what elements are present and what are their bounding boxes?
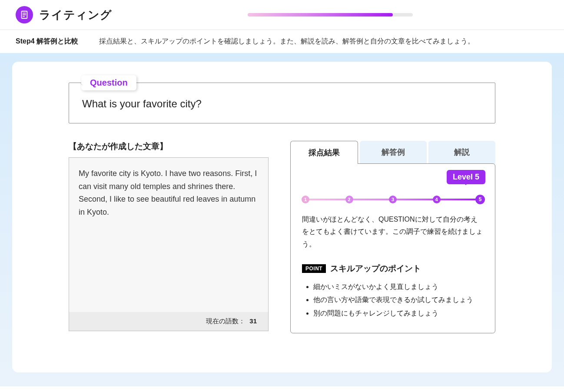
word-count: 現在の語数： 31 xyxy=(69,312,268,331)
tab-explanation[interactable]: 解説 xyxy=(428,141,495,164)
step-label: Step4 解答例と比較 xyxy=(16,37,78,46)
question-tag: Question xyxy=(81,75,136,90)
result-description: 間違いがほとんどなく、QUESTIONに対して自分の考えをとてもよく書けています… xyxy=(302,213,484,251)
main-card: Question What is your favorite city? 【あな… xyxy=(12,62,552,372)
point-item: 細かいミスがないかよく見直しましょう xyxy=(313,280,484,293)
point-list: 細かいミスがないかよく見直しましょう 他の言い方や語彙で表現できるか試してみまし… xyxy=(302,280,484,320)
point-item: 別の問題にもチャレンジしてみましょう xyxy=(313,307,484,320)
word-count-value: 31 xyxy=(249,317,257,325)
your-text-body: My favorite city is Kyoto. I have two re… xyxy=(69,158,268,312)
level-track: 1 2 3 4 5 xyxy=(305,196,480,203)
level-dot-4: 4 xyxy=(433,196,441,203)
app-header: ライティング xyxy=(0,0,564,30)
your-text-label: 【あなたが作成した文章】 xyxy=(69,141,269,152)
page-title: ライティング xyxy=(39,7,112,23)
document-icon xyxy=(16,6,33,23)
point-title: スキルアップのポイント xyxy=(330,263,421,274)
progress-fill xyxy=(248,13,393,17)
question-text: What is your favorite city? xyxy=(82,98,482,110)
point-tag: POINT xyxy=(302,264,326,273)
progress-bar xyxy=(248,13,413,17)
your-text-box: My favorite city is Kyoto. I have two re… xyxy=(69,157,269,331)
word-count-label: 現在の語数： xyxy=(206,317,245,325)
tab-grading[interactable]: 採点結果 xyxy=(290,141,358,164)
subheader: Step4 解答例と比較 採点結果と、スキルアップのポイントを確認しましょう。ま… xyxy=(0,30,564,53)
result-tabs: 採点結果 解答例 解説 xyxy=(290,141,495,164)
level-badge: Level 5 xyxy=(447,170,485,184)
level-dot-3: 3 xyxy=(389,196,397,203)
point-item: 他の言い方や語彙で表現できるか試してみましょう xyxy=(313,293,484,306)
level-dot-1: 1 xyxy=(302,196,309,203)
question-box: Question What is your favorite city? xyxy=(69,83,495,123)
tab-sample-answer[interactable]: 解答例 xyxy=(360,141,427,164)
level-dot-5: 5 xyxy=(475,195,485,204)
tab-panel-grading: Level 5 1 2 3 4 5 間違いがほとんどなく、QUESTIONに対し… xyxy=(290,163,495,334)
step-description: 採点結果と、スキルアップのポイントを確認しましょう。また、解説を読み、解答例と自… xyxy=(99,37,474,46)
level-dot-2: 2 xyxy=(345,196,353,203)
